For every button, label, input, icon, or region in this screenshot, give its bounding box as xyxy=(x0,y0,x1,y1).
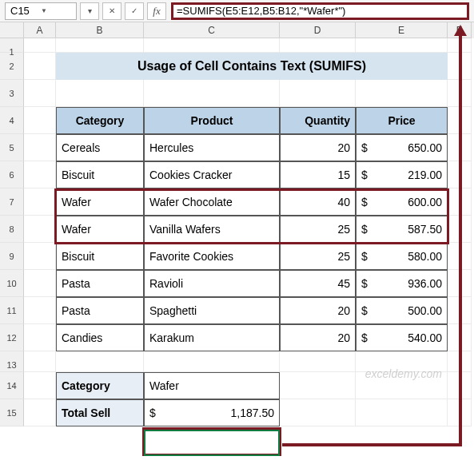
decrease-icon[interactable]: ▾ xyxy=(80,2,99,20)
formula-bar[interactable]: =SUMIFS(E5:E12,B5:B12,"*Wafer*") xyxy=(171,2,469,20)
col-header-c[interactable]: C xyxy=(144,22,280,38)
col-header-b[interactable]: B xyxy=(56,22,144,38)
row-header[interactable]: 7 xyxy=(0,188,24,216)
fx-icon[interactable]: fx xyxy=(147,2,166,20)
row-header[interactable]: 10 xyxy=(0,270,24,297)
name-box[interactable]: C15▼ xyxy=(5,2,77,20)
header-category[interactable]: Category xyxy=(56,107,144,134)
table-row: WaferVanilla Wafers25$587.50 xyxy=(24,216,474,243)
worksheet: A B C D E F 1 2 3 4 5 6 7 8 9 10 11 12 1… xyxy=(0,22,474,426)
row-header[interactable]: 5 xyxy=(0,134,24,161)
row-header[interactable]: 12 xyxy=(0,324,24,351)
row-header[interactable]: 2 xyxy=(0,53,24,80)
name-box-value: C15 xyxy=(10,5,41,17)
column-headers: A B C D E F xyxy=(24,22,474,38)
annotation-arrow xyxy=(459,30,462,446)
table-row: BiscuitFavorite Cookies25$580.00 xyxy=(24,243,474,270)
dropdown-icon[interactable]: ▼ xyxy=(41,7,71,14)
formula-toolbar: C15▼ ▾ ✕ ✓ fx =SUMIFS(E5:E12,B5:B12,"*Wa… xyxy=(0,0,474,22)
summary-total-label[interactable]: Total Sell xyxy=(56,399,144,426)
table-row: PastaSpaghetti20$500.00 xyxy=(24,297,474,324)
row-headers: 1 2 3 4 5 6 7 8 9 10 11 12 13 14 15 xyxy=(0,38,24,426)
arrow-head-icon xyxy=(454,25,467,36)
table-row: CerealsHercules20$650.00 xyxy=(24,134,474,161)
formula-bar-value: =SUMIFS(E5:E12,B5:B12,"*Wafer*") xyxy=(177,5,345,17)
row-header[interactable]: 15 xyxy=(0,399,24,426)
table-row: BiscuitCookies Cracker15$219.00 xyxy=(24,161,474,188)
header-quantity[interactable]: Quantity xyxy=(280,107,356,134)
header-price[interactable]: Price xyxy=(356,107,448,134)
row-header[interactable]: 4 xyxy=(0,107,24,134)
table-row: WaferWafer Chocolate40$600.00 xyxy=(24,188,474,216)
page-title[interactable]: Usage of Cell Contains Text (SUMIFS) xyxy=(56,53,448,80)
row-header[interactable]: 3 xyxy=(0,80,24,107)
row-header[interactable]: 1 xyxy=(0,38,24,53)
select-all-corner[interactable] xyxy=(0,22,24,38)
row-header[interactable]: 9 xyxy=(0,243,24,270)
row-header[interactable]: 8 xyxy=(0,216,24,243)
col-header-a[interactable]: A xyxy=(24,22,56,38)
total-highlight xyxy=(142,427,281,456)
row-header[interactable]: 14 xyxy=(0,372,24,399)
cancel-icon[interactable]: ✕ xyxy=(102,2,121,20)
row-header[interactable]: 13 xyxy=(0,351,24,372)
table-row: CandiesKarakum20$540.00 xyxy=(24,324,474,351)
summary-total-value[interactable]: $1,187.50 xyxy=(144,399,280,426)
col-header-d[interactable]: D xyxy=(280,22,356,38)
header-product[interactable]: Product xyxy=(144,107,280,134)
summary-category-label[interactable]: Category xyxy=(56,372,144,399)
summary-category-value[interactable]: Wafer xyxy=(144,372,280,399)
col-header-e[interactable]: E xyxy=(356,22,448,38)
row-header[interactable]: 6 xyxy=(0,161,24,188)
cell-grid: Usage of Cell Contains Text (SUMIFS) Cat… xyxy=(24,38,474,426)
annotation-arrow xyxy=(282,443,462,446)
active-cell-selection xyxy=(144,430,280,456)
table-row: PastaRavioli45$936.00 xyxy=(24,270,474,297)
enter-icon[interactable]: ✓ xyxy=(125,2,144,20)
row-header[interactable]: 11 xyxy=(0,297,24,324)
